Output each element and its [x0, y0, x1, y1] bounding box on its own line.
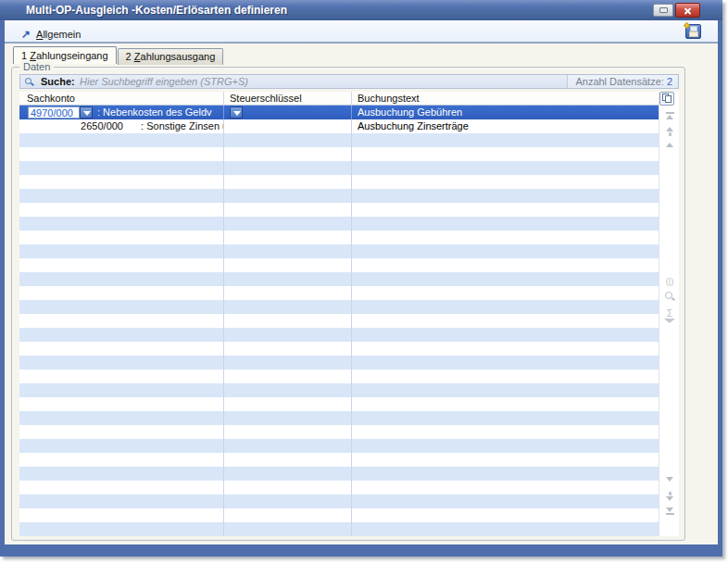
page-up-icon	[666, 143, 673, 147]
table-row[interactable]	[19, 425, 659, 439]
table-row[interactable]	[19, 161, 659, 175]
table-row[interactable]	[19, 231, 659, 244]
save-button[interactable]	[685, 24, 701, 39]
search-label: Suche:	[41, 76, 75, 87]
table-row[interactable]	[19, 383, 659, 397]
restore-icon	[659, 7, 668, 13]
record-count: Anzahl Datensätze: 2	[567, 75, 677, 88]
search-icon	[25, 78, 31, 84]
sachkonto-value: 2650/000	[27, 120, 123, 131]
window-title: Multi-OP-Ausgleich -Kosten/Erlösarten de…	[26, 4, 287, 17]
table-row[interactable]	[19, 175, 659, 189]
table-row[interactable]	[19, 453, 659, 467]
table-row[interactable]	[19, 467, 659, 481]
grid-icon-rail: (|) Σ	[659, 92, 679, 536]
restore-button[interactable]	[653, 4, 673, 17]
zoom-button[interactable]	[665, 292, 672, 299]
sachkonto-description: : Nebenkosten des Geldv	[97, 106, 212, 118]
go-to-last-button[interactable]	[663, 507, 676, 520]
table-row[interactable]	[19, 342, 659, 356]
go-to-last-icon	[666, 507, 673, 512]
table-row[interactable]	[19, 300, 659, 314]
column-header-sachkonto[interactable]: Sachkonto	[19, 92, 224, 106]
buchungstext-cell[interactable]: Ausbuchung Gebühren	[352, 106, 659, 119]
table-row[interactable]	[19, 258, 659, 272]
column-header-steuerschluessel[interactable]: Steuerschlüssel	[224, 92, 352, 106]
table-row[interactable]	[19, 439, 659, 453]
titlebar[interactable]: Multi-OP-Ausgleich -Kosten/Erlösarten de…	[0, 0, 722, 20]
toolbar: ↗Allgemein	[5, 20, 718, 44]
filter-icon	[664, 319, 675, 339]
column-width-icon: (|)	[666, 277, 673, 286]
data-grid: Sachkonto Steuerschlüssel Buchungstext 4…	[19, 92, 679, 536]
arrow-up-icon	[666, 127, 673, 131]
table-row[interactable]	[19, 147, 659, 161]
buchungstext-cell: Ausbuchung Zinserträge	[352, 119, 659, 133]
dialog-content: 1 Zahlungseingang2 Zahlungsausgang Daten…	[5, 44, 718, 544]
page-up-button[interactable]	[663, 143, 676, 156]
table-row-selected[interactable]: 4970/000 : Nebenkosten des Geldv Ausbuch…	[19, 106, 659, 119]
desktop: Multi-OP-Ausgleich -Kosten/Erlösarten de…	[0, 0, 728, 563]
table-row[interactable]	[19, 244, 659, 258]
column-width-button[interactable]: (|)	[659, 277, 680, 286]
search-input[interactable]	[80, 75, 469, 88]
table-row[interactable]	[19, 494, 659, 508]
table-row[interactable]	[19, 272, 659, 286]
table-row[interactable]	[19, 286, 659, 300]
sachkonto-description: : Sonstige Zinsen und ä	[141, 120, 224, 131]
menu-allgemein[interactable]: ↗Allgemein	[16, 23, 86, 40]
table-row[interactable]	[19, 397, 659, 411]
table-row[interactable]	[19, 133, 659, 147]
table-row[interactable]	[19, 314, 659, 328]
table-row[interactable]	[19, 481, 659, 494]
menu-allgemein-label: Allgemein	[36, 29, 81, 40]
table-row[interactable]	[19, 356, 659, 369]
groupbox-label: Daten	[19, 61, 54, 72]
table-row[interactable]	[19, 217, 659, 231]
table-row[interactable]	[19, 522, 659, 536]
page-down-button[interactable]	[663, 477, 676, 490]
sum-button[interactable]: Σ	[659, 308, 680, 319]
table-row[interactable]	[19, 508, 659, 522]
row-down-button[interactable]	[663, 492, 676, 505]
tab-zahlungsausgang[interactable]: 2 Zahlungsausgang	[118, 48, 224, 65]
sum-icon: Σ	[667, 308, 672, 319]
grid-rows: 4970/000 : Nebenkosten des Geldv Ausbuch…	[19, 106, 659, 536]
filter-button[interactable]	[664, 323, 680, 340]
row-up-button[interactable]	[663, 127, 676, 140]
daten-groupbox: Daten Suche: Anzahl Datensätze: 2 Sachko…	[11, 67, 685, 541]
steuerschluessel-dropdown-icon[interactable]	[230, 106, 243, 119]
go-to-first-button[interactable]	[663, 112, 676, 125]
sachkonto-dropdown-icon[interactable]	[80, 106, 93, 119]
copy-records-button[interactable]	[659, 92, 674, 106]
column-header-buchungstext[interactable]: Buchungstext	[352, 92, 659, 106]
table-row[interactable]	[19, 328, 659, 342]
dialog-window: Multi-OP-Ausgleich -Kosten/Erlösarten de…	[0, 0, 722, 557]
search-bar: Suche: Anzahl Datensätze: 2	[19, 74, 679, 89]
arrow-down-icon	[666, 496, 673, 501]
page-down-icon	[666, 477, 673, 482]
sachkonto-field[interactable]: 4970/000	[28, 106, 80, 119]
table-row[interactable]	[19, 189, 659, 203]
table-row[interactable]	[19, 203, 659, 217]
table-row[interactable]: 2650/000 : Sonstige Zinsen und ä Ausbuch…	[19, 119, 659, 133]
go-to-first-icon	[666, 115, 673, 119]
jump-arrow-icon: ↗	[21, 28, 31, 41]
table-row[interactable]	[19, 411, 659, 425]
table-row[interactable]	[19, 369, 659, 383]
close-button[interactable]	[675, 3, 700, 18]
grid-header: Sachkonto Steuerschlüssel Buchungstext	[19, 92, 659, 106]
record-count-value: 2	[667, 76, 672, 87]
